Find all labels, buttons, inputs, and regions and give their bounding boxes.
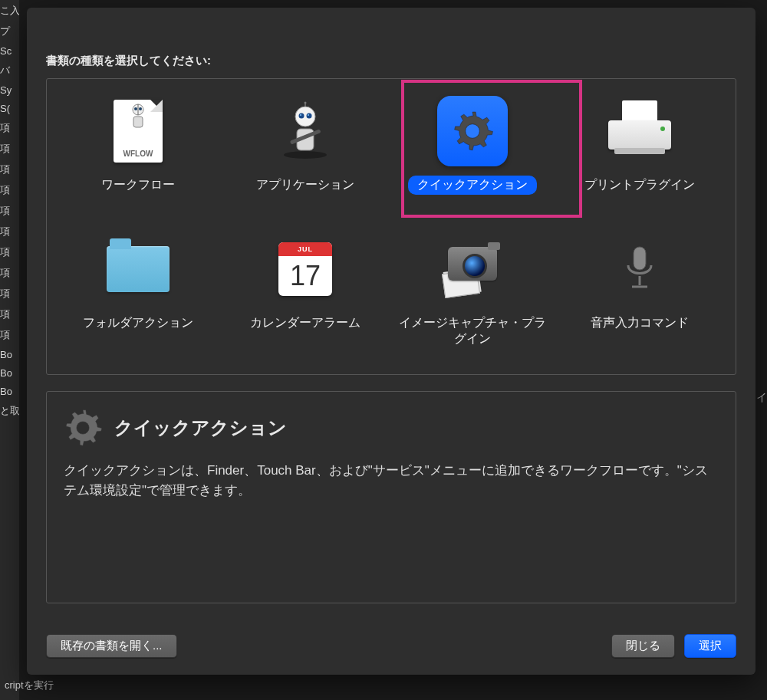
printer-icon [601,93,678,169]
svg-point-8 [299,113,304,119]
template-application[interactable]: アプリケーション [222,87,389,225]
template-label: ワークフロー [92,176,184,195]
template-folder-action[interactable]: フォルダアクション [54,225,222,363]
microphone-icon [601,231,678,307]
svg-point-10 [300,114,301,116]
button-row: 既存の書類を開く... 閉じる 選択 [46,634,736,658]
automator-app-icon [267,93,344,169]
calendar-icon: JUL17 [267,231,344,307]
folder-icon [100,231,176,307]
close-button[interactable]: 閉じる [611,634,675,658]
template-label: プリントプラグイン [575,176,704,195]
description-body: クイックアクションは、Finder、Touch Bar、および"サービス"メニュ… [47,453,736,509]
template-print-plugin[interactable]: プリントプラグイン [556,87,723,225]
template-image-capture-plugin[interactable]: イメージキャプチャ・プラグイン [389,225,556,363]
description-title: クイックアクション [114,416,287,440]
gear-icon [61,406,105,450]
svg-point-19 [77,422,89,434]
template-label: 音声入力コマンド [581,314,698,333]
workflow-document-icon: WFLOW [100,93,176,169]
svg-point-1 [134,107,137,110]
svg-point-7 [295,107,315,127]
open-existing-button[interactable]: 既存の書類を開く... [46,634,177,658]
svg-point-9 [307,113,312,119]
quick-action-icon [434,93,511,169]
template-quick-action[interactable]: クイックアクション [389,87,556,225]
svg-point-5 [284,151,327,159]
template-label: イメージキャプチャ・プラグイン [389,314,556,349]
description-box: クイックアクション クイックアクションは、Finder、Touch Bar、およ… [46,391,736,603]
prompt-label: 書類の種類を選択してください: [46,54,211,68]
camera-icon [434,231,511,307]
template-workflow[interactable]: WFLOW ワークフロー [54,87,222,225]
template-label: フォルダアクション [74,314,202,333]
template-calendar-alarm[interactable]: JUL17 カレンダーアラーム [222,225,389,363]
template-grid-box: WFLOW ワークフロー [46,78,736,375]
template-label: クイックアクション [408,176,537,195]
template-dictation-command[interactable]: 音声入力コマンド [556,225,723,363]
template-label: アプリケーション [247,176,364,195]
svg-rect-16 [634,247,646,270]
template-chooser-sheet: 書類の種類を選択してください: WFLOW ワークフロー [27,8,755,675]
svg-point-2 [139,107,142,110]
svg-point-11 [308,114,309,116]
status-bar: criptを実行 [0,675,58,700]
choose-button[interactable]: 選択 [684,634,736,658]
template-grid: WFLOW ワークフロー [47,79,736,370]
template-label: カレンダーアラーム [241,314,370,333]
svg-rect-3 [133,117,143,127]
background-sidebar: こ入プScバSyS(項項項項項項項項項項項BoBoBoと取 [0,0,19,700]
svg-point-13 [304,102,307,104]
svg-point-15 [466,124,480,139]
right-hint: イ [756,391,767,405]
